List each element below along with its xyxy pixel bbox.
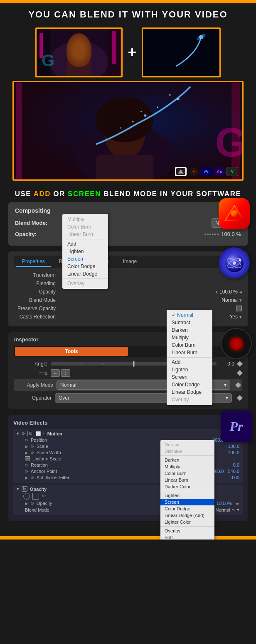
- mdd-subtract[interactable]: Subtract: [167, 319, 212, 326]
- mdd-colordodge[interactable]: Color Dodge: [167, 381, 212, 388]
- second-title-add: ADD: [34, 190, 51, 198]
- fcpx-panel-wrapper: Compositing Blend Mode: Normal ▾ Opacity…: [8, 202, 248, 246]
- header-title: YOU CAN BLEND IT WITH YOUR VIDEO: [4, 9, 252, 20]
- pd-colorburn[interactable]: Color Burn: [160, 470, 214, 477]
- anchor-label: Anchor Point: [31, 469, 57, 474]
- opacity-field-value[interactable]: 100.0%: [217, 501, 232, 506]
- pd-soft[interactable]: Soft: [160, 534, 214, 540]
- svg-point-2: [69, 37, 89, 62]
- blend-mode-field-label: Blend Mode: [25, 507, 49, 512]
- scale-width-value[interactable]: 100.0: [228, 450, 239, 455]
- scale-w-expand[interactable]: ▶: [25, 450, 28, 455]
- pd-screen[interactable]: Screen: [160, 499, 214, 505]
- opacity-pen: ✏: [42, 493, 46, 500]
- dd-screen[interactable]: Screen: [62, 255, 108, 263]
- mdd-screen[interactable]: Screen: [167, 373, 212, 381]
- opacity-slider[interactable]: [204, 234, 219, 235]
- dd-colordodge[interactable]: Color Dodge: [62, 263, 108, 270]
- dd-lighten[interactable]: Lighten: [62, 248, 108, 255]
- opacity-expand[interactable]: ▶: [25, 501, 28, 506]
- mdd-lineardodge[interactable]: Linear Dodge: [167, 388, 212, 396]
- preserve-opacity-checkbox[interactable]: [236, 306, 242, 311]
- mdd-overlay[interactable]: Overlay: [167, 396, 212, 403]
- pd-lineardodge[interactable]: Linear Dodge (Add): [160, 512, 214, 519]
- dd-add[interactable]: Add: [62, 240, 108, 248]
- pd-lighten[interactable]: Lighten: [160, 492, 214, 499]
- premiere-logo-shape: Pr: [221, 411, 252, 442]
- dd-overlay[interactable]: Overlay: [62, 280, 108, 287]
- anchor-y[interactable]: 540.0: [228, 469, 239, 474]
- rotation-value[interactable]: 0.0: [233, 462, 239, 467]
- blend-mode-prop-label: Blend Mode: [14, 297, 56, 303]
- motion-panel-wrapper: Properties Behaviors Filters Image Trans…: [8, 251, 248, 326]
- mdd-add[interactable]: Add: [167, 358, 212, 366]
- svg-point-22: [177, 98, 180, 100]
- fcpx-logo: [219, 198, 252, 231]
- dd-linearburn[interactable]: Linear Burn: [62, 231, 108, 238]
- pd-lightercolor[interactable]: Lighter Color: [160, 519, 214, 525]
- fx-badge: fx: [27, 431, 33, 436]
- svg-point-30: [180, 170, 182, 173]
- scale-value[interactable]: 100.0: [228, 444, 239, 449]
- anti-flicker-expand[interactable]: ▶: [25, 475, 28, 480]
- angle-value: 0.0: [220, 361, 234, 367]
- flip-v-button[interactable]: ↕: [61, 369, 70, 377]
- svg-text:G: G: [215, 119, 242, 165]
- premiere-pro-logo: Pr: [221, 411, 252, 442]
- scale-expand[interactable]: ▶: [25, 444, 28, 449]
- pd-multiply[interactable]: Multiply: [160, 463, 214, 470]
- pd-normal[interactable]: Normal: [160, 441, 214, 448]
- angle-diamond: [237, 361, 243, 367]
- premiere-header: Video Effects ▲: [13, 419, 243, 426]
- pd-darken[interactable]: Darken: [160, 457, 214, 463]
- preserve-opacity-label: Preserve Opacity: [14, 306, 56, 311]
- flip-diamond: [237, 370, 243, 376]
- uniform-scale-checkbox[interactable]: ✓: [25, 456, 30, 461]
- dd-colorburn[interactable]: Color Burn: [62, 223, 108, 231]
- mdd-multiply[interactable]: Multiply: [167, 334, 212, 341]
- second-title-text: USE ADD OR SCREEN BLEND MODE IN YOUR SOF…: [4, 190, 252, 198]
- scale-icon: ⟳: [31, 444, 34, 449]
- mdd-colorburn[interactable]: Color Burn: [167, 341, 212, 349]
- operator-value: Over: [59, 395, 69, 401]
- scale-width-label: Scale Width: [37, 450, 61, 455]
- dd-lineardodge[interactable]: Linear Dodge: [62, 270, 108, 278]
- opacity-arrows: ◂▸: [235, 501, 239, 506]
- davinci-dot: [230, 338, 243, 350]
- blend-mode-field-value: Normal: [216, 507, 230, 512]
- premiere-title: Video Effects: [13, 420, 47, 426]
- pd-overlay[interactable]: Overlay: [160, 527, 214, 534]
- apply-mode-arrow: ▾: [224, 382, 226, 388]
- mdd-lighten[interactable]: Lighten: [167, 366, 212, 373]
- blend-mode-field-select[interactable]: Normal ↖ ▾: [216, 507, 239, 512]
- davinci-logo-shape: [221, 328, 252, 359]
- opacity-rect: [32, 493, 39, 500]
- anti-flicker-value[interactable]: 0.00: [231, 475, 239, 480]
- pd-colordodge[interactable]: Color Dodge: [160, 505, 214, 512]
- flip-label: Flip: [14, 370, 47, 376]
- mdd-linearburn[interactable]: Linear Burn: [167, 349, 212, 356]
- tab-tools[interactable]: Tools: [15, 347, 128, 356]
- pd-darkercolor[interactable]: Darker Color: [160, 483, 214, 490]
- motion-logo-shape: [219, 247, 250, 278]
- blend-mode-field-arrow: ▾: [237, 507, 239, 512]
- comet-image: [143, 29, 219, 76]
- premiere-blend-dropdown: Normal Dissolve Darken Multiply Color Bu…: [160, 440, 214, 540]
- fcpx-blend-dropdown: Multiply Color Burn Linear Burn Add Ligh…: [62, 214, 108, 289]
- scale-label: Scale: [37, 444, 48, 449]
- opacity-label: Opacity:: [15, 231, 37, 237]
- mdd-normal[interactable]: ✓ Normal: [167, 311, 212, 319]
- tab-properties[interactable]: Properties: [15, 257, 52, 267]
- header-section: YOU CAN BLEND IT WITH YOUR VIDEO: [0, 3, 256, 24]
- operator-label: Operator: [14, 395, 52, 401]
- opacity-circle: [23, 493, 30, 500]
- svg-rect-7: [112, 31, 116, 64]
- apply-mode-label: Apply Mode: [16, 382, 53, 388]
- tab-image[interactable]: Image: [116, 257, 143, 267]
- pd-dissolve[interactable]: Dissolve: [160, 448, 214, 455]
- dd-multiply[interactable]: Multiply: [62, 216, 108, 223]
- pd-linearburn[interactable]: Linear Burn: [160, 477, 214, 483]
- fx-icon: ⟳: [22, 431, 25, 436]
- flip-h-button[interactable]: ↔: [51, 369, 60, 377]
- mdd-darken[interactable]: Darken: [167, 326, 212, 334]
